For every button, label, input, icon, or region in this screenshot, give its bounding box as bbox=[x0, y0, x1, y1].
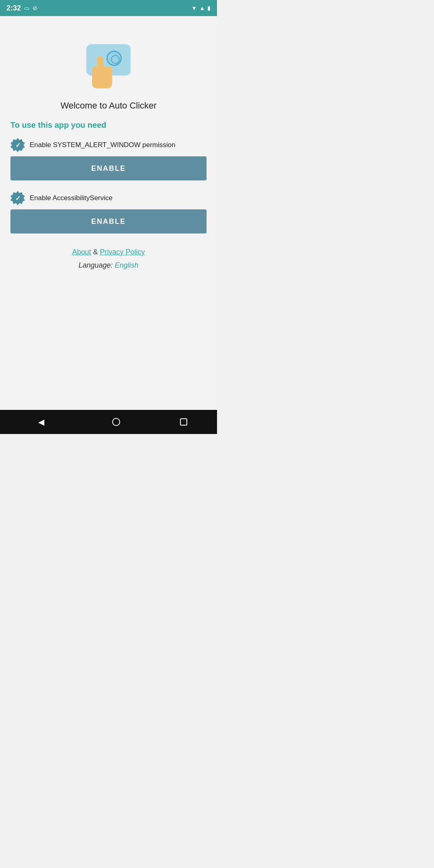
hand-body bbox=[92, 66, 112, 88]
badge-inner-system-alert bbox=[10, 138, 25, 152]
battery-icon: ▮ bbox=[207, 5, 211, 11]
links-row: About & Privacy Policy bbox=[72, 248, 145, 256]
wifi-icon: ▼ bbox=[191, 5, 197, 11]
enable-system-alert-button[interactable]: ENABLE bbox=[10, 156, 207, 180]
language-row: Language: English bbox=[72, 261, 145, 270]
permission-text-system-alert: Enable SYSTEM_ALERT_WINDOW permission bbox=[30, 141, 175, 149]
illustration-hand bbox=[89, 60, 117, 88]
check-badge-accessibility bbox=[10, 191, 25, 205]
privacy-policy-link[interactable]: Privacy Policy bbox=[100, 248, 145, 256]
sim-card-icon: ▭ bbox=[24, 5, 29, 11]
permission-item-accessibility: Enable AccessibilityService ENABLE bbox=[10, 191, 207, 242]
about-link[interactable]: About bbox=[72, 248, 91, 256]
signal-icon: ▲ bbox=[199, 5, 205, 11]
welcome-title: Welcome to Auto Clicker bbox=[60, 100, 156, 111]
nav-bar: ◀ bbox=[0, 410, 217, 434]
badge-inner-accessibility bbox=[10, 191, 25, 205]
status-time: 2:32 bbox=[6, 4, 21, 12]
main-content: Welcome to Auto Clicker To use this app … bbox=[0, 16, 217, 410]
no-disturb-icon: ⊘ bbox=[33, 5, 37, 11]
language-prefix: Language: bbox=[78, 261, 113, 269]
enable-accessibility-button[interactable]: ENABLE bbox=[10, 209, 207, 233]
language-link[interactable]: English bbox=[115, 261, 139, 269]
check-badge-system-alert bbox=[10, 138, 25, 152]
instructions-subtitle: To use this app you need bbox=[10, 121, 207, 130]
nav-home-button[interactable] bbox=[112, 418, 120, 426]
permission-label-accessibility: Enable AccessibilityService bbox=[10, 191, 207, 205]
app-illustration bbox=[82, 44, 135, 88]
nav-back-button[interactable]: ◀ bbox=[30, 414, 52, 430]
permission-text-accessibility: Enable AccessibilityService bbox=[30, 194, 113, 202]
permission-item-system-alert: Enable SYSTEM_ALERT_WINDOW permission EN… bbox=[10, 138, 207, 188]
status-bar: 2:32 ▭ ⊘ ▼ ▲ ▮ bbox=[0, 0, 217, 16]
links-separator: & bbox=[93, 248, 100, 256]
nav-recent-button[interactable] bbox=[180, 418, 187, 426]
permission-label-system-alert: Enable SYSTEM_ALERT_WINDOW permission bbox=[10, 138, 207, 152]
links-section: About & Privacy Policy Language: English bbox=[72, 248, 145, 270]
